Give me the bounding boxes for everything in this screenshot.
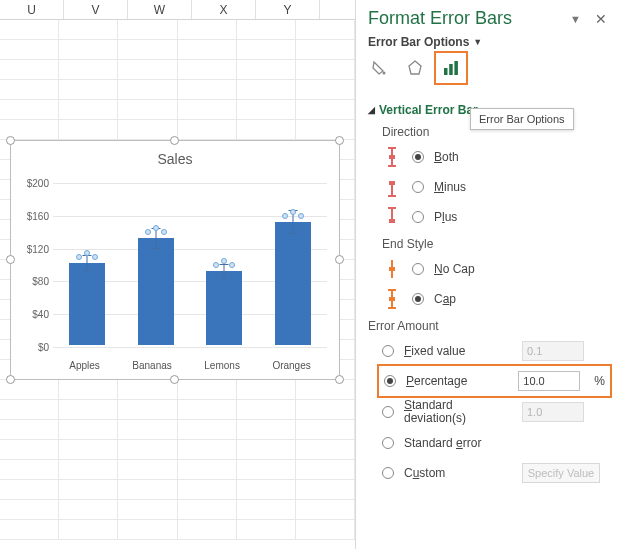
- stddev-input: [522, 402, 584, 422]
- resize-handle[interactable]: [335, 255, 344, 264]
- svg-rect-8: [389, 155, 395, 159]
- selection-marker: [153, 225, 159, 231]
- amount-custom-option[interactable]: Custom Specify Value: [382, 461, 607, 485]
- svg-rect-11: [389, 181, 395, 185]
- radio[interactable]: [382, 437, 394, 449]
- endstyle-heading: End Style: [382, 237, 607, 251]
- direction-both-option[interactable]: Both: [382, 145, 607, 169]
- resize-handle[interactable]: [335, 375, 344, 384]
- svg-rect-14: [389, 219, 395, 223]
- resize-handle[interactable]: [6, 136, 15, 145]
- selection-marker: [229, 262, 235, 268]
- amount-percentage-option[interactable]: Percentage %: [382, 369, 607, 393]
- x-axis-label: Lemons: [204, 360, 240, 371]
- amount-stddev-option[interactable]: Standarddeviation(s): [382, 399, 607, 425]
- plot-area[interactable]: $0$40$80$120$160$200: [53, 183, 327, 345]
- y-axis-label: $80: [17, 276, 49, 287]
- error-amount-heading: Error Amount: [368, 319, 607, 333]
- radio[interactable]: [382, 467, 394, 479]
- x-axis-label: Bananas: [132, 360, 171, 371]
- y-axis-label: $160: [17, 210, 49, 221]
- amount-fixed-option[interactable]: Fixed value: [382, 339, 607, 363]
- percentage-input[interactable]: [518, 371, 580, 391]
- dropdown-label: Error Bar Options: [368, 35, 469, 49]
- cap-glyph-icon: [382, 288, 402, 310]
- resize-handle[interactable]: [6, 375, 15, 384]
- close-icon[interactable]: ✕: [595, 11, 607, 27]
- svg-point-0: [383, 72, 386, 75]
- selection-marker: [282, 213, 288, 219]
- option-label: No Cap: [434, 262, 475, 276]
- option-label: Both: [434, 150, 459, 164]
- col-header[interactable]: U: [0, 0, 64, 19]
- radio[interactable]: [412, 181, 424, 193]
- nocap-glyph-icon: [382, 258, 402, 280]
- both-glyph-icon: [382, 146, 402, 168]
- col-header[interactable]: Y: [256, 0, 320, 19]
- selection-marker: [290, 209, 296, 215]
- fixed-value-input: [522, 341, 584, 361]
- svg-rect-2: [444, 68, 448, 75]
- direction-plus-option[interactable]: Plus: [382, 205, 607, 229]
- col-header[interactable]: X: [192, 0, 256, 19]
- error-bar-options-dropdown[interactable]: Error Bar Options ▼: [368, 35, 607, 49]
- chevron-down-icon: ▼: [473, 37, 482, 47]
- radio[interactable]: [412, 211, 424, 223]
- y-axis-label: $40: [17, 309, 49, 320]
- option-label: Standarddeviation(s): [404, 399, 512, 425]
- chart-object[interactable]: Sales $0$40$80$120$160$200 ApplesBananas…: [10, 140, 340, 380]
- tooltip: Error Bar Options: [470, 108, 574, 130]
- x-axis-labels: ApplesBananasLemonsOranges: [53, 360, 327, 371]
- bar-chart-options-icon[interactable]: [440, 57, 462, 79]
- resize-handle[interactable]: [170, 136, 179, 145]
- chart-title[interactable]: Sales: [11, 141, 339, 171]
- fill-line-icon[interactable]: [368, 57, 390, 79]
- effects-icon[interactable]: [404, 57, 426, 79]
- option-label: Standard error: [404, 436, 481, 450]
- y-axis-label: $0: [17, 342, 49, 353]
- radio[interactable]: [412, 293, 424, 305]
- svg-rect-20: [389, 297, 395, 301]
- error-bar[interactable]: [87, 255, 88, 271]
- selection-marker: [76, 254, 82, 260]
- resize-handle[interactable]: [6, 255, 15, 264]
- bar[interactable]: [275, 222, 311, 345]
- amount-stderr-option[interactable]: Standard error: [382, 431, 607, 455]
- selection-marker: [213, 262, 219, 268]
- col-header[interactable]: W: [128, 0, 192, 19]
- minus-glyph-icon: [382, 176, 402, 198]
- bar[interactable]: [138, 238, 174, 345]
- radio[interactable]: [382, 345, 394, 357]
- option-label: Percentage: [406, 374, 508, 388]
- format-category-icons: [368, 57, 607, 79]
- svg-marker-1: [409, 61, 421, 74]
- plus-glyph-icon: [382, 206, 402, 228]
- svg-rect-16: [389, 267, 395, 271]
- endstyle-nocap-option[interactable]: No Cap: [382, 257, 607, 281]
- percent-suffix: %: [594, 374, 605, 388]
- selection-marker: [161, 229, 167, 235]
- y-axis-label: $200: [17, 178, 49, 189]
- endstyle-cap-option[interactable]: Cap: [382, 287, 607, 311]
- option-label: Custom: [404, 466, 512, 480]
- resize-handle[interactable]: [335, 136, 344, 145]
- col-header[interactable]: V: [64, 0, 128, 19]
- radio[interactable]: [384, 375, 396, 387]
- selection-marker: [92, 254, 98, 260]
- radio[interactable]: [412, 151, 424, 163]
- svg-rect-4: [454, 61, 458, 75]
- error-bar[interactable]: [224, 264, 225, 279]
- collapse-icon: ◢: [368, 105, 375, 115]
- selection-marker: [145, 229, 151, 235]
- selection-marker: [298, 213, 304, 219]
- radio[interactable]: [382, 406, 394, 418]
- direction-minus-option[interactable]: Minus: [382, 175, 607, 199]
- bar[interactable]: [69, 263, 105, 345]
- task-pane-options-icon[interactable]: ▼: [570, 13, 581, 25]
- x-axis-label: Apples: [69, 360, 100, 371]
- resize-handle[interactable]: [170, 375, 179, 384]
- radio[interactable]: [412, 263, 424, 275]
- y-axis-label: $120: [17, 243, 49, 254]
- svg-rect-3: [449, 64, 453, 75]
- bar[interactable]: [206, 271, 242, 345]
